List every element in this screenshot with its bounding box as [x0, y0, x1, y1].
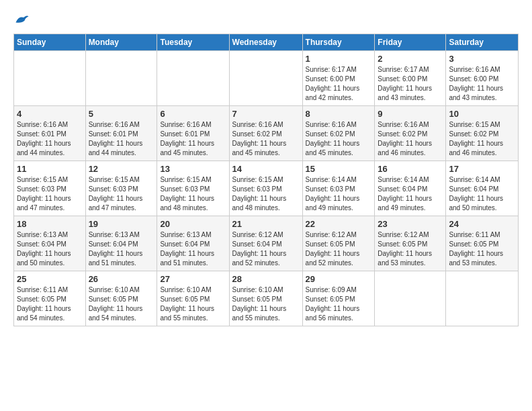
day-detail: Sunrise: 6:14 AM Sunset: 6:04 PM Dayligh… [378, 175, 443, 213]
calendar-cell: 22Sunrise: 6:12 AM Sunset: 6:05 PM Dayli… [302, 216, 375, 271]
calendar-cell [157, 51, 229, 106]
calendar-cell: 15Sunrise: 6:14 AM Sunset: 6:03 PM Dayli… [302, 161, 375, 216]
day-detail: Sunrise: 6:16 AM Sunset: 6:01 PM Dayligh… [160, 120, 226, 158]
day-number: 13 [160, 164, 226, 174]
calendar-cell: 17Sunrise: 6:14 AM Sunset: 6:04 PM Dayli… [446, 161, 519, 216]
day-detail: Sunrise: 6:16 AM Sunset: 6:02 PM Dayligh… [232, 120, 300, 158]
day-detail: Sunrise: 6:10 AM Sunset: 6:05 PM Dayligh… [232, 285, 300, 323]
day-detail: Sunrise: 6:16 AM Sunset: 6:00 PM Dayligh… [449, 65, 515, 103]
day-number: 24 [449, 219, 515, 229]
calendar-week-5: 25Sunrise: 6:11 AM Sunset: 6:05 PM Dayli… [14, 271, 519, 326]
day-number: 3 [449, 54, 515, 64]
header-friday: Friday [375, 34, 446, 51]
calendar-cell: 19Sunrise: 6:13 AM Sunset: 6:04 PM Dayli… [85, 216, 157, 271]
header-monday: Monday [85, 34, 157, 51]
day-number: 16 [378, 164, 443, 174]
day-detail: Sunrise: 6:13 AM Sunset: 6:04 PM Dayligh… [89, 230, 154, 268]
calendar-cell: 4Sunrise: 6:16 AM Sunset: 6:01 PM Daylig… [14, 106, 86, 161]
calendar-cell: 13Sunrise: 6:15 AM Sunset: 6:03 PM Dayli… [157, 161, 229, 216]
calendar-cell: 10Sunrise: 6:15 AM Sunset: 6:02 PM Dayli… [446, 106, 519, 161]
header-tuesday: Tuesday [157, 34, 229, 51]
calendar-cell: 16Sunrise: 6:14 AM Sunset: 6:04 PM Dayli… [375, 161, 446, 216]
day-number: 10 [449, 109, 515, 119]
day-detail: Sunrise: 6:15 AM Sunset: 6:03 PM Dayligh… [89, 175, 154, 213]
calendar-cell: 12Sunrise: 6:15 AM Sunset: 6:03 PM Dayli… [85, 161, 157, 216]
calendar-cell [375, 271, 446, 326]
calendar-cell: 3Sunrise: 6:16 AM Sunset: 6:00 PM Daylig… [446, 51, 519, 106]
day-number: 5 [89, 109, 154, 119]
day-number: 14 [232, 164, 300, 174]
calendar-cell: 25Sunrise: 6:11 AM Sunset: 6:05 PM Dayli… [14, 271, 86, 326]
calendar-week-1: 1Sunrise: 6:17 AM Sunset: 6:00 PM Daylig… [14, 51, 519, 106]
day-number: 18 [17, 219, 83, 229]
calendar-cell: 28Sunrise: 6:10 AM Sunset: 6:05 PM Dayli… [229, 271, 302, 326]
day-number: 23 [378, 219, 443, 229]
day-detail: Sunrise: 6:15 AM Sunset: 6:03 PM Dayligh… [232, 175, 300, 213]
calendar-cell: 27Sunrise: 6:10 AM Sunset: 6:05 PM Dayli… [157, 271, 229, 326]
day-detail: Sunrise: 6:13 AM Sunset: 6:04 PM Dayligh… [17, 230, 83, 268]
calendar-cell [14, 51, 86, 106]
day-detail: Sunrise: 6:15 AM Sunset: 6:03 PM Dayligh… [160, 175, 226, 213]
calendar-cell: 7Sunrise: 6:16 AM Sunset: 6:02 PM Daylig… [229, 106, 302, 161]
day-number: 7 [232, 109, 300, 119]
calendar-header-row: SundayMondayTuesdayWednesdayThursdayFrid… [14, 34, 519, 51]
day-number: 27 [160, 274, 226, 284]
day-detail: Sunrise: 6:13 AM Sunset: 6:04 PM Dayligh… [160, 230, 226, 268]
day-number: 1 [306, 54, 372, 64]
day-detail: Sunrise: 6:12 AM Sunset: 6:05 PM Dayligh… [306, 230, 372, 268]
day-number: 15 [306, 164, 372, 174]
day-number: 26 [89, 274, 154, 284]
calendar-cell: 21Sunrise: 6:12 AM Sunset: 6:04 PM Dayli… [229, 216, 302, 271]
day-detail: Sunrise: 6:11 AM Sunset: 6:05 PM Dayligh… [17, 285, 83, 323]
day-detail: Sunrise: 6:10 AM Sunset: 6:05 PM Dayligh… [160, 285, 226, 323]
calendar-cell [229, 51, 302, 106]
day-detail: Sunrise: 6:16 AM Sunset: 6:02 PM Dayligh… [306, 120, 372, 158]
day-number: 29 [306, 274, 372, 284]
day-number: 19 [89, 219, 154, 229]
day-detail: Sunrise: 6:09 AM Sunset: 6:05 PM Dayligh… [306, 285, 372, 323]
calendar-cell [446, 271, 519, 326]
day-detail: Sunrise: 6:16 AM Sunset: 6:01 PM Dayligh… [89, 120, 154, 158]
day-number: 25 [17, 274, 83, 284]
calendar-cell: 2Sunrise: 6:17 AM Sunset: 6:00 PM Daylig… [375, 51, 446, 106]
calendar-cell: 9Sunrise: 6:16 AM Sunset: 6:02 PM Daylig… [375, 106, 446, 161]
page-header [13, 11, 519, 28]
day-detail: Sunrise: 6:14 AM Sunset: 6:04 PM Dayligh… [449, 175, 515, 213]
header-thursday: Thursday [302, 34, 375, 51]
calendar-week-4: 18Sunrise: 6:13 AM Sunset: 6:04 PM Dayli… [14, 216, 519, 271]
day-detail: Sunrise: 6:16 AM Sunset: 6:01 PM Dayligh… [17, 120, 83, 158]
day-detail: Sunrise: 6:12 AM Sunset: 6:05 PM Dayligh… [378, 230, 443, 268]
calendar-cell: 11Sunrise: 6:15 AM Sunset: 6:03 PM Dayli… [14, 161, 86, 216]
day-number: 20 [160, 219, 226, 229]
logo-bird-icon [15, 13, 30, 26]
calendar-cell: 29Sunrise: 6:09 AM Sunset: 6:05 PM Dayli… [302, 271, 375, 326]
day-detail: Sunrise: 6:15 AM Sunset: 6:03 PM Dayligh… [17, 175, 83, 213]
day-number: 8 [306, 109, 372, 119]
calendar-cell: 18Sunrise: 6:13 AM Sunset: 6:04 PM Dayli… [14, 216, 86, 271]
calendar-week-2: 4Sunrise: 6:16 AM Sunset: 6:01 PM Daylig… [14, 106, 519, 161]
day-detail: Sunrise: 6:17 AM Sunset: 6:00 PM Dayligh… [306, 65, 372, 103]
header-sunday: Sunday [14, 34, 86, 51]
header-saturday: Saturday [446, 34, 519, 51]
day-number: 21 [232, 219, 300, 229]
day-number: 9 [378, 109, 443, 119]
calendar-cell: 5Sunrise: 6:16 AM Sunset: 6:01 PM Daylig… [85, 106, 157, 161]
day-detail: Sunrise: 6:15 AM Sunset: 6:02 PM Dayligh… [449, 120, 515, 158]
day-number: 12 [89, 164, 154, 174]
day-detail: Sunrise: 6:14 AM Sunset: 6:03 PM Dayligh… [306, 175, 372, 213]
day-number: 28 [232, 274, 300, 284]
day-number: 4 [17, 109, 83, 119]
day-detail: Sunrise: 6:16 AM Sunset: 6:02 PM Dayligh… [378, 120, 443, 158]
calendar-cell: 6Sunrise: 6:16 AM Sunset: 6:01 PM Daylig… [157, 106, 229, 161]
calendar-week-3: 11Sunrise: 6:15 AM Sunset: 6:03 PM Dayli… [14, 161, 519, 216]
calendar-table: SundayMondayTuesdayWednesdayThursdayFrid… [13, 34, 519, 326]
day-number: 6 [160, 109, 226, 119]
calendar-cell [85, 51, 157, 106]
day-number: 22 [306, 219, 372, 229]
day-number: 2 [378, 54, 443, 64]
day-number: 11 [17, 164, 83, 174]
day-detail: Sunrise: 6:11 AM Sunset: 6:05 PM Dayligh… [449, 230, 515, 268]
logo [13, 13, 30, 28]
calendar-cell: 24Sunrise: 6:11 AM Sunset: 6:05 PM Dayli… [446, 216, 519, 271]
calendar-cell: 26Sunrise: 6:10 AM Sunset: 6:05 PM Dayli… [85, 271, 157, 326]
